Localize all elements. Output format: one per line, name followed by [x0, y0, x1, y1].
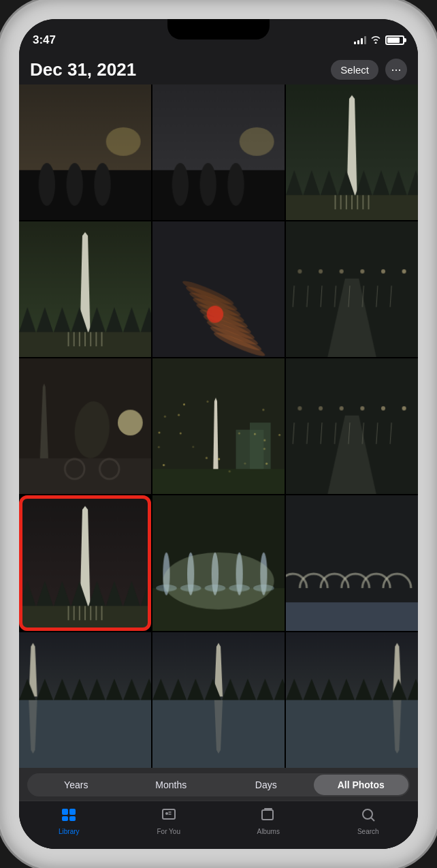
- photo-header: Dec 31, 2021 Select ···: [19, 53, 418, 84]
- segment-control-container: YearsMonthsDaysAll Photos: [19, 768, 418, 801]
- svg-rect-0: [62, 809, 68, 815]
- photo-cell-4[interactable]: [19, 221, 151, 357]
- photo-cell-2[interactable]: [152, 84, 285, 220]
- photo-cell-13[interactable]: [19, 632, 151, 768]
- photo-cell-15[interactable]: [286, 632, 418, 768]
- segment-control: YearsMonthsDaysAll Photos: [27, 773, 410, 796]
- foryou-icon: [161, 807, 177, 826]
- albums-icon: [260, 807, 276, 826]
- wifi-icon: [370, 35, 381, 46]
- segment-item-months[interactable]: Months: [124, 775, 219, 795]
- svg-rect-6: [262, 810, 273, 820]
- select-button[interactable]: Select: [331, 60, 378, 80]
- library-icon: [61, 807, 77, 826]
- photo-cell-3[interactable]: [286, 84, 418, 220]
- photo-cell-12[interactable]: [286, 495, 418, 631]
- segment-item-all-photos[interactable]: All Photos: [314, 775, 409, 795]
- photo-cell-14[interactable]: [152, 632, 285, 768]
- battery-icon: [385, 35, 404, 45]
- photo-cell-5[interactable]: [152, 221, 285, 357]
- photo-cell-7[interactable]: [19, 358, 151, 494]
- photo-cell-1[interactable]: [19, 84, 151, 220]
- svg-line-8: [371, 818, 374, 822]
- photo-cell-8[interactable]: [152, 358, 285, 494]
- tab-search[interactable]: Search: [319, 807, 419, 835]
- photo-cell-9[interactable]: [286, 358, 418, 494]
- notch: [167, 19, 270, 40]
- phone-shell: 3:47: [0, 0, 437, 868]
- segment-item-days[interactable]: Days: [218, 775, 314, 795]
- svg-point-5: [165, 812, 168, 815]
- tab-library[interactable]: Library: [19, 807, 119, 835]
- photo-cell-6[interactable]: [286, 221, 418, 357]
- svg-rect-3: [69, 816, 76, 821]
- header-date: Dec 31, 2021: [30, 59, 136, 80]
- screen: 3:47: [19, 19, 418, 849]
- photo-cell-11[interactable]: [152, 495, 285, 631]
- photo-cell-10[interactable]: [19, 495, 151, 631]
- tab-label-search: Search: [357, 828, 379, 835]
- svg-point-7: [363, 809, 372, 819]
- header-actions: Select ···: [331, 59, 407, 80]
- signal-icon: [354, 36, 366, 44]
- search-icon: [360, 807, 376, 826]
- svg-rect-1: [69, 809, 76, 815]
- tab-label-albums: Albums: [257, 828, 280, 835]
- segment-item-years[interactable]: Years: [29, 775, 124, 795]
- tab-label-for-you: For You: [157, 828, 180, 835]
- more-button[interactable]: ···: [385, 59, 407, 80]
- photo-grid: [19, 84, 418, 768]
- tab-albums[interactable]: Albums: [218, 807, 319, 835]
- tab-label-library: Library: [59, 828, 80, 835]
- status-time: 3:47: [33, 33, 56, 47]
- more-icon: ···: [391, 63, 401, 77]
- bottom-tab-bar: Library For You Albums Search: [19, 801, 418, 849]
- content-area: Dec 31, 2021 Select ··· YearsMonthsDaysA…: [19, 53, 418, 849]
- tab-for-you[interactable]: For You: [119, 807, 219, 835]
- status-icons: [354, 35, 404, 46]
- svg-rect-2: [62, 816, 68, 821]
